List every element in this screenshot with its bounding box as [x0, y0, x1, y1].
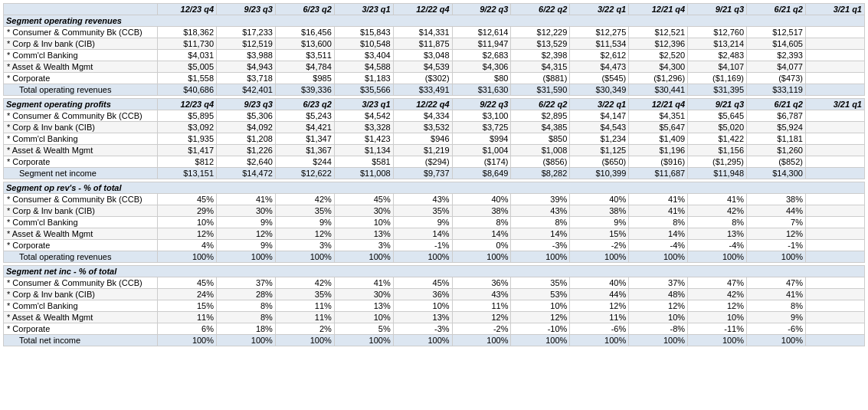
cell-value: $4,473 — [570, 61, 629, 73]
row-label: Total operating revenues — [4, 251, 158, 263]
cell-value — [805, 61, 864, 73]
cell-value: 12% — [747, 228, 806, 240]
column-date-header: 9/22 q3 — [452, 4, 511, 15]
cell-value: 37% — [629, 277, 688, 289]
cell-value: 10% — [334, 312, 393, 323]
column-label-header — [4, 4, 158, 15]
cell-value: $6,787 — [747, 110, 806, 122]
cell-value: $2,683 — [452, 50, 511, 61]
cell-value: 41% — [688, 194, 747, 205]
cell-value: $33,119 — [747, 84, 806, 96]
cell-value: 38% — [452, 205, 511, 217]
cell-value — [805, 168, 864, 179]
table-row: * Corp & Inv bank (CIB)24%28%35%30%36%43… — [4, 289, 865, 300]
cell-value — [805, 323, 864, 335]
cell-value: 10% — [629, 312, 688, 323]
cell-value — [805, 145, 864, 156]
cell-value: $11,948 — [688, 168, 747, 179]
cell-value: 44% — [747, 205, 806, 217]
cell-value: 13% — [334, 300, 393, 312]
cell-value: 42% — [275, 194, 334, 205]
cell-value: $35,566 — [334, 84, 393, 96]
table-row: * Corporate4%9%3%3%-1%0%-3%-2%-4%-4%-1% — [4, 240, 865, 251]
cell-value: $11,534 — [570, 38, 629, 50]
section-header-row: Segment op rev's - % of total — [4, 182, 865, 194]
cell-value: 45% — [393, 277, 452, 289]
cell-value: $1,347 — [275, 133, 334, 145]
row-label: * Corp & Inv bank (CIB) — [4, 38, 158, 50]
cell-value: $4,092 — [217, 122, 276, 133]
cell-value: 47% — [688, 277, 747, 289]
cell-value: $11,730 — [158, 38, 217, 50]
table-row: * Asset & Wealth Mgmt12%12%12%13%14%14%1… — [4, 228, 865, 240]
table-row: * Consumer & Community Bk (CCB)45%41%42%… — [4, 194, 865, 205]
cell-value: $4,107 — [688, 61, 747, 73]
column-date-header: 12/22 q4 — [393, 4, 452, 15]
cell-value: 12% — [688, 300, 747, 312]
table-row: * Asset & Wealth Mgmt$1,417$1,226$1,367$… — [4, 145, 865, 156]
cell-value: ($302) — [393, 73, 452, 84]
cell-value: -2% — [452, 323, 511, 335]
cell-value: $13,529 — [511, 38, 570, 50]
cell-value: $1,208 — [217, 133, 276, 145]
row-label: * Consumer & Community Bk (CCB) — [4, 194, 158, 205]
cell-value: $30,441 — [629, 84, 688, 96]
cell-value — [805, 110, 864, 122]
cell-value: 100% — [511, 251, 570, 263]
cell-value: $5,306 — [217, 110, 276, 122]
cell-value: $244 — [275, 156, 334, 168]
cell-value: 12% — [511, 312, 570, 323]
cell-value: -1% — [747, 240, 806, 251]
cell-value: 24% — [158, 289, 217, 300]
cell-value: -4% — [629, 240, 688, 251]
cell-value: 100% — [747, 335, 806, 346]
cell-value: $13,214 — [688, 38, 747, 50]
cell-value: $2,398 — [511, 50, 570, 61]
cell-value — [805, 122, 864, 133]
cell-value: 2% — [275, 323, 334, 335]
column-date-header: 3/23 q1 — [334, 4, 393, 15]
cell-value — [805, 228, 864, 240]
cell-value: $1,226 — [217, 145, 276, 156]
cell-value: 100% — [629, 251, 688, 263]
table-row: * Comm'cl Banking15%8%11%13%10%11%10%12%… — [4, 300, 865, 312]
cell-value: $1,219 — [393, 145, 452, 156]
column-date-header: 3/22 q1 — [570, 4, 629, 15]
cell-value: -1% — [393, 240, 452, 251]
cell-value: 30% — [334, 205, 393, 217]
cell-value: 9% — [747, 312, 806, 323]
cell-value: 12% — [275, 228, 334, 240]
cell-value: 8% — [688, 217, 747, 228]
cell-value: ($174) — [452, 156, 511, 168]
cell-value: 14% — [393, 228, 452, 240]
cell-value: $2,393 — [747, 50, 806, 61]
cell-value: $33,491 — [393, 84, 452, 96]
table-row: * Asset & Wealth Mgmt$5,005$4,943$4,784$… — [4, 61, 865, 73]
cell-value: $1,422 — [688, 133, 747, 145]
table-row: * Corporate$812$2,640$244$581($294)($174… — [4, 156, 865, 168]
cell-value: 35% — [511, 277, 570, 289]
cell-value: 12% — [158, 228, 217, 240]
cell-value: $12,521 — [629, 27, 688, 38]
cell-value: $1,417 — [158, 145, 217, 156]
cell-value: 11% — [275, 312, 334, 323]
cell-value: $12,614 — [452, 27, 511, 38]
cell-value: ($650) — [570, 156, 629, 168]
column-date-header: 6/23 q2 — [275, 4, 334, 15]
table-row: Total net income100%100%100%100%100%100%… — [4, 335, 865, 346]
cell-value: $850 — [511, 133, 570, 145]
cell-value: $14,605 — [747, 38, 806, 50]
cell-value: 100% — [158, 251, 217, 263]
table-row: Total operating revenues100%100%100%100%… — [4, 251, 865, 263]
cell-value: 4% — [158, 240, 217, 251]
cell-value: 8% — [629, 217, 688, 228]
cell-value: $5,005 — [158, 61, 217, 73]
cell-value: $30,349 — [570, 84, 629, 96]
section-header-row: Segment operating revenues — [4, 15, 865, 27]
cell-value: 9% — [217, 240, 276, 251]
cell-value: 100% — [629, 335, 688, 346]
col-header-12-23: 12/23 q4 — [158, 99, 217, 110]
cell-value: 8% — [511, 217, 570, 228]
cell-value — [805, 312, 864, 323]
cell-value: 11% — [452, 300, 511, 312]
